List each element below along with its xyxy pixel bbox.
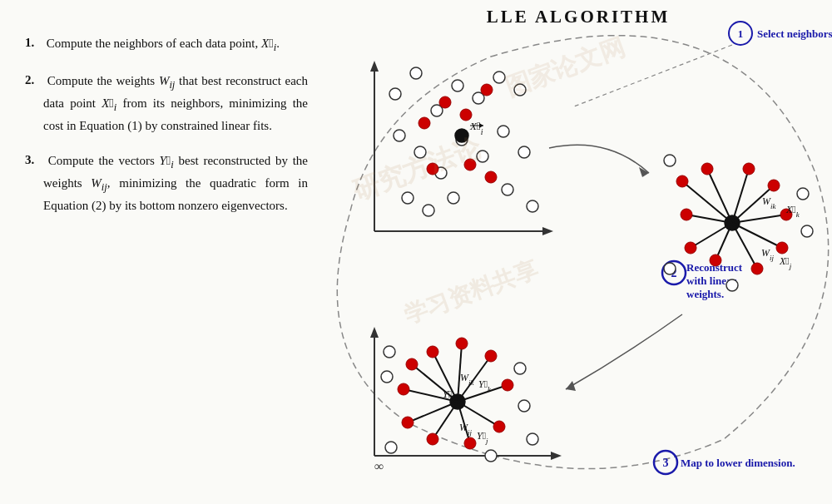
text-panel: 1. Compute the neighbors of each data po…: [0, 0, 324, 504]
svg-point-71: [726, 279, 738, 291]
svg-point-91: [485, 350, 497, 362]
main-container: 1. Compute the neighbors of each data po…: [0, 0, 832, 504]
svg-text:X⃗i: X⃗i: [469, 120, 483, 136]
svg-point-109: [527, 433, 538, 445]
svg-point-23: [439, 96, 451, 108]
svg-point-104: [381, 371, 393, 383]
svg-text:Wik: Wik: [460, 372, 475, 387]
svg-point-90: [456, 338, 468, 349]
svg-point-89: [427, 346, 438, 358]
svg-point-11: [394, 130, 405, 141]
svg-point-55: [751, 263, 763, 274]
svg-point-95: [427, 433, 438, 445]
svg-text:Y⃗k: Y⃗k: [478, 378, 492, 393]
svg-point-27: [464, 159, 476, 170]
svg-text:Reconstruct: Reconstruct: [686, 261, 743, 274]
svg-point-17: [518, 146, 530, 158]
step-1: 1. Compute the neighbors of each data po…: [25, 33, 308, 56]
svg-text:Y⃗j: Y⃗j: [477, 430, 488, 445]
svg-point-7: [452, 80, 463, 91]
svg-text:Wik: Wik: [762, 195, 777, 210]
svg-text:X⃗j: X⃗j: [779, 255, 792, 270]
svg-text:weights.: weights.: [686, 288, 724, 300]
svg-point-49: [676, 175, 688, 187]
svg-marker-115: [566, 381, 576, 391]
svg-point-107: [518, 400, 530, 412]
step-number-1: 1.: [25, 33, 43, 52]
svg-point-22: [527, 200, 538, 212]
diagram-panel: LLE ALGORITHM: [324, 0, 832, 504]
svg-point-18: [402, 192, 414, 204]
svg-point-21: [502, 184, 513, 195]
step-text-3: Compute the vectors Y⃗i best reconstruct…: [43, 151, 308, 215]
svg-text:Map to lower dimension.: Map to lower dimension.: [681, 457, 795, 469]
svg-point-96: [402, 417, 414, 428]
svg-point-26: [418, 117, 430, 129]
svg-point-5: [410, 67, 422, 79]
svg-point-52: [768, 180, 780, 191]
svg-point-92: [502, 379, 513, 391]
svg-point-24: [460, 109, 472, 121]
svg-point-20: [448, 192, 459, 204]
svg-point-19: [423, 205, 434, 216]
svg-point-54: [776, 242, 788, 254]
svg-point-12: [414, 146, 426, 158]
svg-text:1: 1: [738, 27, 744, 40]
step-3: 3. Compute the vectors Y⃗i best reconstr…: [25, 151, 308, 215]
svg-point-72: [664, 263, 676, 274]
svg-point-69: [797, 188, 809, 200]
svg-point-30: [455, 129, 468, 142]
svg-point-94: [464, 437, 476, 449]
svg-point-105: [385, 442, 397, 453]
svg-marker-74: [370, 327, 379, 338]
step-number-3: 3.: [25, 151, 43, 170]
svg-point-28: [485, 171, 497, 183]
svg-marker-1: [370, 61, 379, 72]
svg-point-68: [664, 155, 676, 166]
svg-marker-76: [551, 452, 562, 460]
svg-point-50: [701, 163, 713, 175]
svg-point-16: [498, 126, 509, 137]
svg-point-108: [485, 450, 497, 462]
svg-point-103: [384, 346, 395, 358]
svg-point-97: [398, 383, 409, 395]
svg-point-4: [389, 88, 401, 100]
page-title: LLE ALGORITHM: [324, 7, 832, 27]
svg-point-57: [685, 242, 696, 254]
svg-point-51: [743, 163, 755, 175]
step-2: 2. Compute the weights Wij that best rec…: [25, 71, 308, 136]
svg-text:Wij: Wij: [459, 422, 473, 437]
diagram-svg: X⃗i 1 Select neighbors.: [324, 0, 832, 504]
svg-point-106: [514, 363, 526, 374]
svg-text:Wij: Wij: [761, 247, 775, 262]
svg-point-93: [493, 421, 505, 432]
svg-text:3: 3: [663, 457, 669, 469]
step-text-1: Compute the neighbors of each data point…: [43, 33, 280, 56]
svg-point-70: [801, 225, 813, 237]
svg-point-29: [427, 163, 438, 175]
steps-list: 1. Compute the neighbors of each data po…: [25, 25, 308, 215]
svg-point-25: [481, 84, 493, 96]
step-text-2: Compute the weights Wij that best recons…: [43, 71, 308, 136]
svg-point-10: [514, 84, 526, 96]
step-number-2: 2.: [25, 71, 43, 90]
svg-line-40: [707, 169, 732, 223]
svg-line-37: [574, 45, 732, 106]
svg-marker-3: [542, 227, 553, 235]
svg-text:∞: ∞: [374, 459, 384, 473]
svg-point-88: [406, 358, 418, 370]
svg-text:Select neighbors.: Select neighbors.: [757, 27, 832, 40]
svg-point-15: [477, 151, 488, 162]
svg-point-58: [681, 209, 692, 220]
svg-point-9: [493, 72, 505, 83]
